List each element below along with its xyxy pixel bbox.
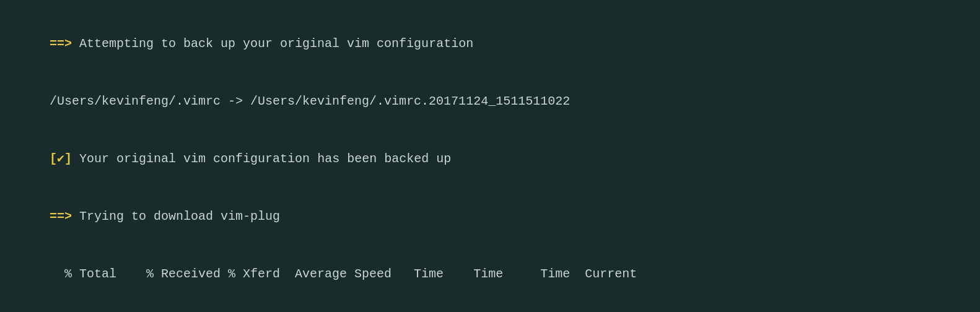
line-5: % Total % Received % Xferd Average Speed… <box>20 245 960 303</box>
arrow-icon-4: ==> <box>50 209 72 223</box>
line-5-text: % Total % Received % Xferd Average Speed… <box>50 267 637 281</box>
terminal-container: ==> Attempting to back up your original … <box>20 15 960 312</box>
line-3: [✔] Your original vim configuration has … <box>20 130 960 188</box>
line-6: Dload Upload Total Spent Left Speed <box>20 303 960 312</box>
check-icon-3: [✔] <box>50 152 72 166</box>
line-3-text: Your original vim configuration has been… <box>72 152 451 166</box>
line-4-text: Trying to download vim-plug <box>72 209 280 223</box>
path-text-2: /Users/kevinfeng/.vimrc -> /Users/kevinf… <box>50 94 570 108</box>
line-4: ==> Trying to download vim-plug <box>20 188 960 245</box>
line-1-text: Attempting to back up your original vim … <box>72 37 473 51</box>
arrow-icon-1: ==> <box>50 37 72 51</box>
line-2: /Users/kevinfeng/.vimrc -> /Users/kevinf… <box>20 72 960 130</box>
line-1: ==> Attempting to back up your original … <box>20 15 960 72</box>
